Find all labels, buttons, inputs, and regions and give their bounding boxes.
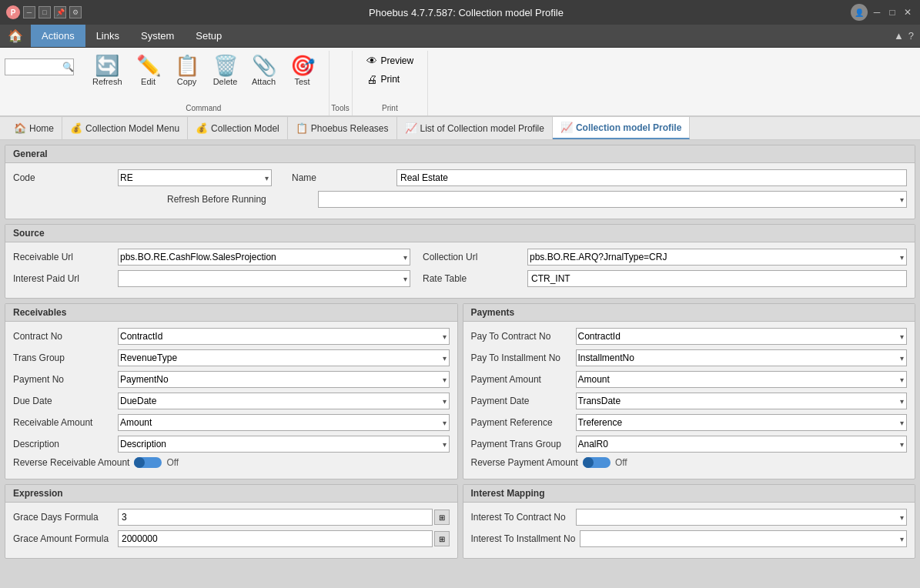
expand-icon[interactable]: ▲ xyxy=(894,30,904,42)
source-section-header: Source xyxy=(5,225,915,242)
payment-toggle-off-label: Off xyxy=(615,457,627,468)
pay-to-contract-no-select[interactable]: ContractId xyxy=(576,328,908,345)
attach-icon: 📎 xyxy=(252,55,276,75)
payment-trans-group-label: Payment Trans Group xyxy=(471,439,571,449)
reverse-payment-amount-label: Reverse Payment Amount xyxy=(471,457,578,468)
payment-date-label: Payment Date xyxy=(471,396,571,406)
pin-button[interactable]: 📌 xyxy=(54,6,66,18)
maximize-window-button[interactable]: □ xyxy=(886,6,898,18)
contract-no-label: Contract No xyxy=(13,331,113,342)
tools-group: Tools xyxy=(330,51,353,115)
reverse-payment-toggle[interactable]: Off xyxy=(583,457,627,468)
toggle-thumb xyxy=(134,457,145,468)
interest-to-installment-no-select[interactable] xyxy=(580,530,907,547)
payment-no-label: Payment No xyxy=(13,374,113,385)
rate-table-label: Rate Table xyxy=(423,273,523,284)
close-window-button[interactable]: ✕ xyxy=(902,6,914,18)
search-icon: 🔍 xyxy=(62,62,74,72)
breadcrumb-collection-model-profile[interactable]: 📈 Collection model Profile xyxy=(553,117,690,139)
reverse-receivable-toggle[interactable]: Off xyxy=(134,457,179,468)
refresh-icon: 🔄 xyxy=(95,55,119,75)
title-bar: P ─ □ 📌 ⚙ Phoebus 4.7.7.587: Collection … xyxy=(0,0,920,25)
collection-url-label: Collection Url xyxy=(423,252,523,262)
breadcrumb-collection-model[interactable]: 💰 Collection Model xyxy=(188,117,288,139)
payment-toggle-track[interactable] xyxy=(583,457,611,468)
interest-mapping-section: Interest Mapping Interest To Contract No… xyxy=(463,484,916,559)
refresh-button[interactable]: 🔄 Refresh xyxy=(86,52,129,89)
breadcrumb-phoebus-releases[interactable]: 📋 Phoebus Releases xyxy=(288,117,397,139)
print-button[interactable]: 🖨 Print xyxy=(360,71,420,88)
command-group-label: Command xyxy=(79,104,329,112)
main-content: General Code RE Name Refresh Before Runn… xyxy=(0,140,920,588)
toggle-track[interactable] xyxy=(134,457,162,468)
test-button[interactable]: 🎯 Test xyxy=(284,52,321,89)
home-breadcrumb-icon: 🏠 xyxy=(14,122,26,134)
payment-date-select[interactable]: TransDate xyxy=(576,393,908,409)
search-input[interactable] xyxy=(8,62,62,72)
ribbon: 🔍 🔄 Refresh ✏️ Edit 📋 Copy 🗑️ Delete 📎 xyxy=(0,48,920,117)
trans-group-select[interactable]: RevenueType xyxy=(118,349,450,366)
grace-days-formula-button[interactable]: ⊞ xyxy=(434,509,450,525)
receivables-section: Receivables Contract No ContractId Trans… xyxy=(5,303,458,479)
edit-button[interactable]: ✏️ Edit xyxy=(130,52,167,89)
expression-section: Expression Grace Days Formula ⊞ Grace Am… xyxy=(5,484,458,559)
receivable-url-select[interactable]: pbs.BO.RE.CashFlow.SalesProjection xyxy=(118,249,410,266)
interest-to-contract-no-select[interactable] xyxy=(576,509,908,526)
payment-no-select[interactable]: PaymentNo xyxy=(118,371,450,388)
preview-button[interactable]: 👁 Preview xyxy=(360,52,420,69)
grace-days-formula-input[interactable] xyxy=(118,509,433,526)
interest-to-installment-no-label: Interest To Installment No xyxy=(471,533,576,544)
payment-trans-group-select[interactable]: AnalR0 xyxy=(576,436,908,453)
copy-icon: 📋 xyxy=(175,55,199,75)
menu-actions[interactable]: Actions xyxy=(31,25,85,47)
minimize-button[interactable]: ─ xyxy=(23,6,35,18)
grace-amount-formula-input[interactable] xyxy=(118,530,433,547)
tools-group-label: Tools xyxy=(330,104,352,112)
due-date-select[interactable]: DueDate xyxy=(118,393,450,409)
breadcrumb-list-collection-model-profile[interactable]: 📈 List of Collection model Profile xyxy=(397,117,553,139)
collection-model-icon: 💰 xyxy=(196,122,208,134)
copy-button[interactable]: 📋 Copy xyxy=(169,52,206,89)
source-section: Source Receivable Url pbs.BO.RE.CashFlow… xyxy=(5,224,915,299)
menu-setup[interactable]: Setup xyxy=(185,25,233,47)
name-input[interactable] xyxy=(396,169,907,186)
interest-paid-url-select[interactable] xyxy=(118,270,410,287)
refresh-before-running-select[interactable] xyxy=(318,191,907,208)
code-select[interactable]: RE xyxy=(118,169,272,186)
preview-icon: 👁 xyxy=(366,55,377,67)
receivable-amount-label: Receivable Amount xyxy=(13,417,113,428)
toggle-off-label: Off xyxy=(166,457,179,468)
breadcrumb-home[interactable]: 🏠 Home xyxy=(6,117,62,139)
due-date-label: Due Date xyxy=(13,396,113,406)
pay-to-installment-no-select[interactable]: InstallmentNo xyxy=(576,349,908,366)
interest-to-contract-no-label: Interest To Contract No xyxy=(471,512,571,523)
test-icon: 🎯 xyxy=(290,55,315,75)
collection-menu-icon: 💰 xyxy=(70,122,82,134)
description-select[interactable]: Description xyxy=(118,436,450,453)
pay-to-installment-no-label: Pay To Installment No xyxy=(471,352,571,363)
trans-group-label: Trans Group xyxy=(13,352,113,363)
settings-button[interactable]: ⚙ xyxy=(69,6,82,18)
payment-amount-select[interactable]: Amount xyxy=(576,371,908,388)
payment-reference-select[interactable]: Treference xyxy=(576,414,908,431)
rate-table-input[interactable] xyxy=(527,270,907,287)
refresh-before-running-label: Refresh Before Running xyxy=(167,194,313,205)
receivables-section-header: Receivables xyxy=(5,304,457,322)
attach-button[interactable]: 📎 Attach xyxy=(246,52,283,89)
receivable-amount-select[interactable]: Amount xyxy=(118,414,450,431)
menu-system[interactable]: System xyxy=(130,25,185,47)
menu-links[interactable]: Links xyxy=(85,25,130,47)
contract-no-select[interactable]: ContractId xyxy=(118,328,450,345)
delete-button[interactable]: 🗑️ Delete xyxy=(207,52,244,89)
profile-icon: 📈 xyxy=(560,122,573,133)
grace-amount-formula-button[interactable]: ⊞ xyxy=(434,531,450,546)
help-icon[interactable]: ? xyxy=(908,30,914,42)
breadcrumb-collection-model-menu[interactable]: 💰 Collection Model Menu xyxy=(62,117,188,139)
collection-url-select[interactable]: pbs.BO.RE.ARQ?JrnalType=CRJ xyxy=(527,249,907,266)
grace-days-formula-label: Grace Days Formula xyxy=(13,512,113,523)
search-box[interactable]: 🔍 xyxy=(5,58,74,75)
general-section-header: General xyxy=(5,145,915,163)
window-title: Phoebus 4.7.7.587: Collection model Prof… xyxy=(82,7,851,18)
restore-button[interactable]: □ xyxy=(38,6,51,18)
minimize-window-button[interactable]: ─ xyxy=(871,6,883,18)
